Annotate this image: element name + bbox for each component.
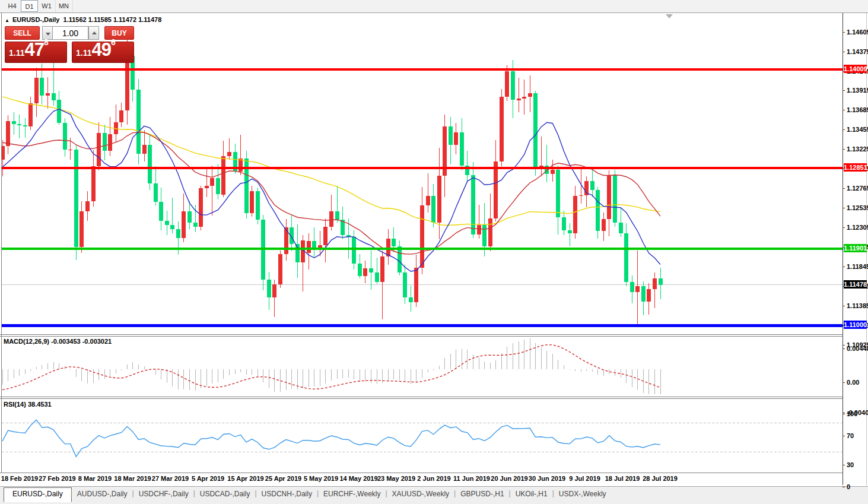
candle-body [108,134,112,151]
candle-body [500,97,504,161]
candle-body [46,93,50,96]
date-tick-label: 20 Jun 2019 [491,475,527,482]
candle-body [28,103,33,126]
candle-body [216,178,220,194]
candle-body [239,159,243,172]
rsi-label: RSI(14) 38.4531 [4,401,52,408]
macd-axis-label: 0.004481 [847,345,868,352]
price-tick-mark [842,32,845,33]
rsi-axis-label: 0 [847,483,850,490]
candle-body [57,100,61,123]
chart-tab-usdcnh-daily[interactable]: USDCNH-,Daily [256,487,318,501]
candle-body [568,230,572,234]
rsi-panel-canvas[interactable] [2,400,842,472]
price-tick-mark [842,345,845,345]
candle-body [74,150,78,248]
macd-rsi-separator[interactable] [0,397,842,397]
candle-body [352,237,356,263]
date-axis[interactable]: 18 Feb 201927 Feb 20198 Mar 201918 Mar 2… [0,473,842,486]
mt4-terminal: H4D1W1MN 1.140091.128511.119011.110001.1… [0,0,868,504]
price-level-line[interactable] [2,167,842,169]
price-level-line[interactable] [2,324,842,327]
timeframe-button-h4[interactable]: H4 [4,0,21,12]
timeframe-button-w1[interactable]: W1 [38,0,56,12]
rsi-tick-mark [842,436,845,436]
date-tick-label: 8 Mar 2019 [78,475,112,482]
candle-body [97,133,101,166]
rsi-axis-label: 70 [847,432,854,439]
candle-body [573,196,577,233]
rsi-axis-label: 30 [847,461,854,468]
candle-body [449,126,453,145]
date-tick-label: 27 Feb 2019 [39,475,75,482]
candle-body [221,156,225,195]
candle-body [125,56,129,110]
macd-axis-label: 0.00 [847,379,859,386]
price-tick-mark [842,110,845,110]
macd-tick-mark [842,348,845,349]
candle-body [312,241,316,248]
moving-average-line-25 [2,132,660,254]
sell-price-display[interactable]: 1.11478 [5,42,67,63]
candle-body [511,71,515,100]
macd-panel-canvas[interactable] [2,337,842,396]
candle-body [23,125,27,126]
date-tick-label: 5 Apr 2019 [192,475,224,482]
chart-tab-eurchf-weekly[interactable]: EURCHF-,Weekly [317,487,386,501]
candle-body [12,121,16,123]
chart-tab-gbpusd-h1[interactable]: GBPUSD-,H1 [454,487,510,501]
price-tick-mark [842,52,845,52]
date-tick-label: 23 May 2019 [377,475,415,482]
macd-tick-mark [842,382,845,383]
date-tick-label: 18 Jul 2019 [605,475,640,482]
candle-body [624,233,628,282]
candle-body [205,186,209,188]
chart-tab-ukoil-h1[interactable]: UKOil-,H1 [510,487,554,501]
candle-body [482,225,487,246]
candle-body [409,297,413,303]
candle-body [210,178,214,186]
rsi-panel-top-border [0,398,842,399]
candle-body [533,93,538,168]
candle-body [52,93,56,100]
candle-body [641,286,646,302]
price-tick-label: 1.12535 [847,204,868,211]
candle-body [182,211,186,237]
candle-body [562,217,566,230]
one-click-trading-panel: SELL BUY 1.11478 1.11496 [5,26,134,63]
candle-body [602,219,606,231]
price-level-line[interactable] [2,68,842,71]
buy-price-base: 1.11 [76,48,91,58]
collapse-chart-icon[interactable]: ▲ [5,18,9,23]
candle-body [613,175,617,223]
candle-body [392,239,396,246]
candle-body [630,282,634,292]
candle-body [199,188,203,227]
candle-body [329,211,333,227]
price-tick-label: 1.13915 [847,87,868,94]
chart-tab-usdx-weekly[interactable]: USDX-,Weekly [553,487,612,501]
price-level-line[interactable] [2,248,842,250]
chart-tab-usdchf-daily[interactable]: USDCHF-,Daily [133,487,195,501]
buy-price-pips: 49 [91,39,110,60]
timeframe-button-d1[interactable]: D1 [21,0,38,12]
main-macd-separator[interactable] [0,334,842,335]
candle-body [119,110,123,122]
candle-body [159,202,163,221]
buy-price-display[interactable]: 1.11496 [72,42,134,63]
candle-body [494,161,498,218]
candle-body [647,289,651,302]
chart-tab-eurusd-daily[interactable]: EURUSD-,Daily [4,487,72,502]
candle-body [579,195,583,196]
timeframe-button-mn[interactable]: MN [55,0,73,12]
chart-tab-xauusd-weekly[interactable]: XAUUSD-,Weekly [386,487,455,501]
candle-body [148,145,152,183]
chart-tab-audusd-daily[interactable]: AUDUSD-,Daily [71,487,133,501]
price-tick-label: 1.13685 [847,106,868,113]
chart-tab-usdcad-daily[interactable]: USDCAD-,Daily [194,487,256,501]
candle-body [165,221,169,225]
date-tick-label: 18 Mar 2019 [114,475,151,482]
candle-body [136,90,141,154]
price-level-tag: 1.11000 [844,321,867,329]
scroll-to-end-icon[interactable] [666,14,673,18]
